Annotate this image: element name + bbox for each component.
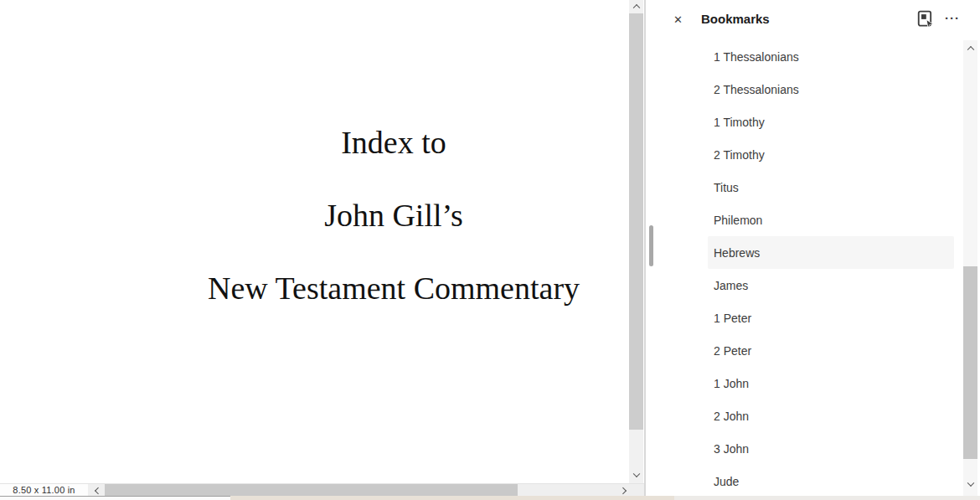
bookmark-item[interactable]: 1 John xyxy=(708,367,954,399)
document-vertical-scrollbar[interactable] xyxy=(629,0,643,483)
bookmark-item[interactable]: 2 John xyxy=(708,399,954,432)
background-window-edge xyxy=(0,496,980,500)
bookmark-item[interactable]: 3 John xyxy=(708,432,954,465)
bookmark-locate-icon xyxy=(917,10,934,28)
scroll-left-button[interactable] xyxy=(89,484,105,497)
bookmark-item-label: Titus xyxy=(714,181,739,194)
bookmark-item[interactable]: 2 Peter xyxy=(708,334,954,367)
bookmark-item[interactable]: 2 Thessalonians xyxy=(708,73,954,106)
chevron-up-icon xyxy=(967,46,973,53)
close-panel-button[interactable]: ✕ xyxy=(669,11,687,28)
bookmarks-scroll-up-button[interactable] xyxy=(963,42,977,55)
horizontal-scrollbar-thumb[interactable] xyxy=(105,484,518,496)
bookmarks-scroll-down-button[interactable] xyxy=(963,477,977,491)
pdf-viewer-window: Index to John Gill’s New Testament Comme… xyxy=(0,0,980,500)
bookmark-item-label: 1 Thessalonians xyxy=(714,50,799,64)
bookmark-item-label: Hebrews xyxy=(714,246,760,260)
bookmark-item-label: 1 Timothy xyxy=(714,116,765,129)
vertical-scrollbar-thumb[interactable] xyxy=(629,13,643,430)
bookmark-item-label: James xyxy=(714,279,748,292)
locate-bookmark-button[interactable] xyxy=(917,10,936,28)
more-options-button[interactable]: ··· xyxy=(943,10,962,28)
bookmark-item[interactable]: Hebrews xyxy=(708,236,954,269)
bookmarks-scrollbar-thumb[interactable] xyxy=(963,266,977,459)
scroll-down-button[interactable] xyxy=(629,467,643,482)
bookmarks-scrollbar[interactable] xyxy=(963,40,977,500)
bookmarks-panel-header: ✕ Bookmarks ··· xyxy=(646,0,980,40)
document-viewport[interactable]: Index to John Gill’s New Testament Comme… xyxy=(0,0,644,500)
bookmark-item[interactable]: Jude xyxy=(708,465,954,497)
bookmark-item[interactable]: 1 Thessalonians xyxy=(708,40,954,73)
bookmark-item[interactable]: Philemon xyxy=(708,204,954,236)
bookmark-item[interactable]: 1 Timothy xyxy=(708,106,954,138)
document-horizontal-scrollbar[interactable]: 8.50 x 11.00 in xyxy=(0,483,644,496)
document-title-line-3: New Testament Commentary xyxy=(208,272,580,304)
scroll-up-button[interactable] xyxy=(629,0,643,13)
bookmark-item-label: Philemon xyxy=(714,214,762,227)
bookmark-item-label: 2 John xyxy=(714,410,749,423)
bookmark-item-label: 2 Thessalonians xyxy=(714,83,799,96)
chevron-left-icon xyxy=(94,487,101,493)
document-title-line-1: Index to xyxy=(341,126,446,158)
bookmark-item[interactable]: James xyxy=(708,269,954,302)
bookmark-item-label: Jude xyxy=(714,475,739,488)
document-title-line-2: John Gill’s xyxy=(324,199,463,231)
bookmark-item-label: 3 John xyxy=(714,442,749,456)
scroll-right-button[interactable] xyxy=(616,484,632,497)
chevron-right-icon xyxy=(619,487,626,493)
page-size-status: 8.50 x 11.00 in xyxy=(0,484,88,497)
bookmarks-list: 1 Thessalonians 2 Thessalonians 1 Timoth… xyxy=(708,40,954,497)
bookmark-item[interactable]: 1 Peter xyxy=(708,302,954,334)
chevron-up-icon xyxy=(632,4,639,11)
bookmark-item-label: 1 Peter xyxy=(714,312,751,325)
chevron-down-icon xyxy=(632,471,639,477)
bookmark-item-label: 1 John xyxy=(714,377,749,390)
panel-title: Bookmarks xyxy=(701,12,770,26)
bookmark-item-label: 2 Peter xyxy=(714,344,751,358)
bookmark-item[interactable]: Titus xyxy=(708,171,954,204)
panel-resize-handle[interactable] xyxy=(649,225,653,266)
bookmarks-panel: ✕ Bookmarks ··· 1 Thessalonians 2 Thessa… xyxy=(646,0,980,500)
chevron-down-icon xyxy=(967,480,973,487)
bookmark-item[interactable]: 2 Timothy xyxy=(708,138,954,171)
bookmark-item-label: 2 Timothy xyxy=(714,148,765,162)
